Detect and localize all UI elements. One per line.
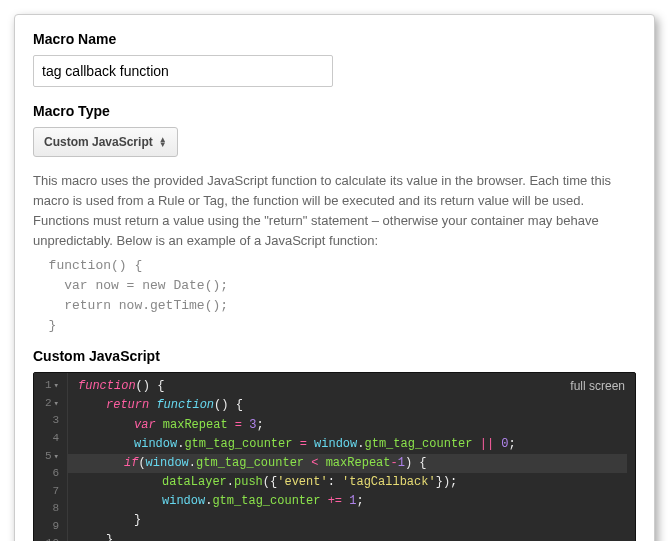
line-number: 9 bbox=[40, 518, 59, 536]
line-number: 3 bbox=[40, 412, 59, 430]
macro-type-value: Custom JavaScript bbox=[44, 135, 153, 149]
code-line: } bbox=[78, 531, 627, 541]
code-line: function() { bbox=[78, 377, 627, 396]
macro-name-label: Macro Name bbox=[33, 31, 636, 47]
macro-editor-panel: Macro Name Macro Type Custom JavaScript … bbox=[14, 14, 655, 541]
line-number: 5 bbox=[40, 448, 59, 466]
editor-gutter: 12345678910 bbox=[34, 373, 68, 541]
code-line: if(window.gtm_tag_counter < maxRepeat-1)… bbox=[68, 454, 627, 473]
line-number: 6 bbox=[40, 465, 59, 483]
code-line: window.gtm_tag_counter = window.gtm_tag_… bbox=[78, 435, 627, 454]
custom-js-label: Custom JavaScript bbox=[33, 348, 636, 364]
example-code: function() { var now = new Date(); retur… bbox=[33, 256, 636, 337]
code-editor[interactable]: full screen 12345678910 function() {retu… bbox=[33, 372, 636, 541]
code-line: var maxRepeat = 3; bbox=[78, 416, 627, 435]
line-number: 2 bbox=[40, 395, 59, 413]
select-updown-icon: ▲▼ bbox=[159, 137, 167, 147]
macro-type-description: This macro uses the provided JavaScript … bbox=[33, 171, 636, 252]
line-number: 7 bbox=[40, 483, 59, 501]
editor-code-area[interactable]: function() {return function() {var maxRe… bbox=[68, 373, 635, 541]
code-line: } bbox=[78, 511, 627, 530]
code-line: window.gtm_tag_counter += 1; bbox=[78, 492, 627, 511]
line-number: 8 bbox=[40, 500, 59, 518]
macro-type-label: Macro Type bbox=[33, 103, 636, 119]
fullscreen-button[interactable]: full screen bbox=[570, 377, 625, 396]
line-number: 4 bbox=[40, 430, 59, 448]
code-line: dataLayer.push({'event': 'tagCallback'})… bbox=[78, 473, 627, 492]
line-number: 10 bbox=[40, 535, 59, 541]
macro-name-input[interactable] bbox=[33, 55, 333, 87]
code-line: return function() { bbox=[78, 396, 627, 415]
line-number: 1 bbox=[40, 377, 59, 395]
macro-type-select[interactable]: Custom JavaScript ▲▼ bbox=[33, 127, 178, 157]
